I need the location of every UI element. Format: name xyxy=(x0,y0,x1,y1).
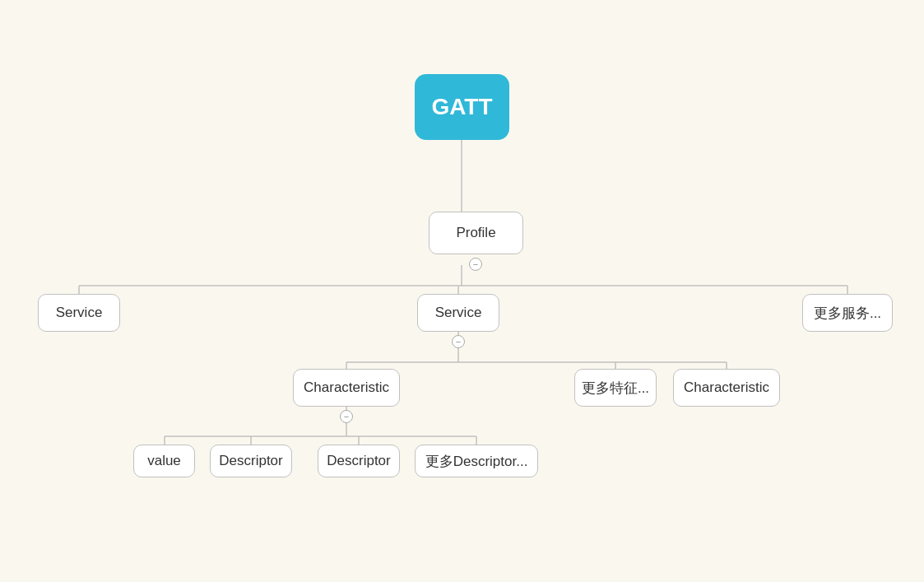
gatt-node: GATT xyxy=(415,74,509,140)
characteristic-right-node[interactable]: Characteristic xyxy=(673,369,780,407)
more-char-node[interactable]: 更多特征... xyxy=(574,369,657,407)
service-center-label: Service xyxy=(435,305,482,321)
more-service-node[interactable]: 更多服务... xyxy=(802,294,893,332)
descriptor1-node[interactable]: Descriptor xyxy=(210,445,292,477)
collapse-service-button[interactable]: − xyxy=(452,335,465,348)
characteristic-left-label: Characteristic xyxy=(304,379,389,396)
collapse-profile-button[interactable]: − xyxy=(469,258,482,271)
characteristic-right-label: Characteristic xyxy=(684,379,769,396)
value-label: value xyxy=(147,453,181,469)
more-service-label: 更多服务... xyxy=(814,304,881,323)
value-node[interactable]: value xyxy=(133,445,195,477)
collapse-characteristic-button[interactable]: − xyxy=(340,410,353,423)
more-desc-label: 更多Descriptor... xyxy=(425,452,528,471)
descriptor1-label: Descriptor xyxy=(219,453,282,469)
service-center-node[interactable]: Service xyxy=(417,294,499,332)
profile-node[interactable]: Profile xyxy=(429,212,523,254)
more-desc-node[interactable]: 更多Descriptor... xyxy=(415,445,538,477)
service-left-node[interactable]: Service xyxy=(38,294,120,332)
descriptor2-label: Descriptor xyxy=(327,453,390,469)
characteristic-left-node[interactable]: Characteristic xyxy=(293,369,400,407)
more-char-label: 更多特征... xyxy=(582,379,649,398)
service-left-label: Service xyxy=(56,305,103,321)
gatt-label: GATT xyxy=(431,94,492,120)
descriptor2-node[interactable]: Descriptor xyxy=(318,445,400,477)
profile-label: Profile xyxy=(456,225,495,241)
